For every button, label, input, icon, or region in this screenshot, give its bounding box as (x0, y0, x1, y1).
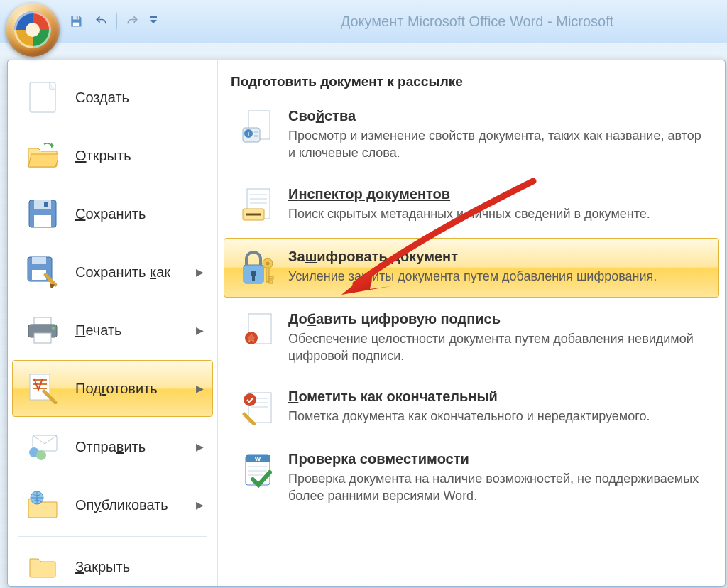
compatibility-icon: W (239, 451, 277, 489)
svg-rect-0 (73, 16, 79, 20)
office-menu-panel: Создать Открыть Сохранить Сохранить как … (7, 60, 726, 587)
qat-undo-button[interactable] (91, 11, 112, 32)
option-add-signature[interactable]: Добавить цифровую подпись Обеспечение це… (224, 300, 719, 376)
qat-redo-button[interactable] (121, 11, 143, 32)
menu-item-print[interactable]: Печать ▶ (12, 302, 213, 359)
svg-point-19 (36, 450, 46, 460)
properties-icon: i (239, 108, 277, 146)
svg-rect-2 (77, 16, 78, 18)
mark-final-icon (239, 388, 277, 427)
publish-icon (27, 489, 58, 521)
menu-label: Создать (75, 89, 198, 106)
svg-text:i: i (248, 130, 249, 138)
menu-item-publish[interactable]: Опубликовать ▶ (12, 477, 213, 533)
submenu-arrow-icon: ▶ (196, 499, 204, 511)
office-button[interactable] (6, 3, 60, 57)
signature-icon (239, 311, 277, 349)
svg-rect-25 (254, 131, 258, 133)
submenu-arrow-icon: ▶ (196, 325, 204, 336)
menu-item-close[interactable]: Закрыть (12, 540, 213, 588)
menu-label: Сохранить как (75, 264, 198, 281)
prepare-icon (27, 373, 58, 404)
option-description: Обеспечение целостности документа путем … (288, 330, 704, 365)
qat-separator (116, 11, 117, 31)
folder-close-icon (27, 551, 58, 582)
option-title: Пометить как окончательный (288, 388, 704, 405)
floppy-save-icon (27, 198, 58, 229)
svg-rect-6 (34, 200, 51, 209)
option-title: Добавить цифровую подпись (288, 311, 704, 327)
option-mark-final[interactable]: Пометить как окончательный Пометка докум… (224, 378, 719, 437)
submenu-arrow-icon: ▶ (196, 383, 204, 394)
option-inspect-document[interactable]: Инспектор документов Поиск скрытых метад… (224, 175, 719, 235)
svg-point-41 (244, 393, 256, 406)
office-menu-right-column: Подготовить документ к рассылке i Свойст… (218, 60, 725, 586)
option-description: Проверка документа на наличие возможност… (288, 470, 704, 505)
floppy-saveas-icon (27, 256, 58, 288)
new-document-icon (27, 82, 58, 113)
option-properties[interactable]: i Свойства Просмотр и изменение свойств … (224, 97, 719, 173)
svg-rect-3 (150, 16, 157, 18)
option-description: Усиление защиты документа путем добавлен… (288, 268, 704, 285)
inspector-icon (239, 186, 277, 224)
encrypt-lock-icon (239, 249, 277, 287)
menu-label: Закрыть (75, 559, 198, 575)
svg-point-39 (248, 335, 254, 341)
menu-label: Открыть (75, 148, 198, 164)
svg-point-15 (52, 327, 55, 330)
menu-item-prepare[interactable]: Подготовить ▶ (12, 360, 213, 417)
submenu-arrow-icon: ▶ (196, 266, 204, 278)
right-panel-header: Подготовить документ к рассылке (218, 60, 725, 94)
option-title: Зашифровать документ (288, 249, 704, 265)
option-title: Свойства (288, 108, 704, 124)
svg-rect-10 (32, 257, 46, 264)
menu-item-save[interactable]: Сохранить (12, 185, 213, 242)
option-compatibility-check[interactable]: W Проверка совместимости Проверка докуме… (224, 440, 719, 516)
option-description: Просмотр и изменение свойств документа, … (288, 127, 704, 162)
folder-open-icon (27, 140, 58, 171)
menu-item-send[interactable]: Отправить ▶ (12, 418, 213, 475)
svg-rect-8 (34, 215, 51, 227)
window-title: Документ Microsoft Office Word - Microso… (341, 13, 614, 30)
menu-label: Подготовить (75, 381, 198, 397)
svg-rect-12 (34, 317, 51, 325)
svg-text:W: W (255, 455, 261, 462)
menu-label: Печать (75, 322, 198, 339)
menu-item-open[interactable]: Открыть (12, 127, 213, 184)
menu-item-save-as[interactable]: Сохранить как ▶ (12, 244, 213, 300)
svg-rect-31 (252, 275, 255, 281)
svg-rect-36 (269, 281, 273, 283)
svg-rect-1 (73, 23, 79, 26)
svg-rect-35 (269, 276, 273, 279)
option-title: Инспектор документов (288, 186, 704, 202)
menu-separator (18, 536, 207, 537)
svg-rect-14 (34, 333, 51, 343)
svg-point-33 (266, 261, 270, 265)
titlebar: Документ Microsoft Office Word - Microso… (0, 0, 727, 43)
menu-item-create[interactable]: Создать (12, 69, 213, 126)
option-description: Поиск скрытых метаданных и личных сведен… (288, 205, 704, 222)
svg-rect-34 (266, 268, 269, 282)
qat-save-button[interactable] (65, 11, 87, 32)
office-menu-left-column: Создать Открыть Сохранить Сохранить как … (8, 60, 218, 586)
option-encrypt-document[interactable]: Зашифровать документ Усиление защиты док… (224, 238, 719, 298)
submenu-arrow-icon: ▶ (196, 441, 204, 452)
send-icon (27, 431, 58, 462)
svg-rect-7 (44, 202, 48, 207)
svg-rect-26 (254, 135, 258, 137)
prepare-options-list: i Свойства Просмотр и изменение свойств … (218, 94, 725, 586)
printer-icon (27, 315, 58, 346)
quick-access-toolbar (65, 11, 160, 32)
menu-label: Сохранить (75, 206, 198, 222)
option-description: Пометка документа как окончательного и н… (288, 408, 704, 425)
qat-customize-dropdown[interactable] (147, 11, 160, 32)
option-title: Проверка совместимости (288, 451, 704, 467)
menu-label: Отправить (75, 439, 198, 455)
menu-label: Опубликовать (75, 497, 198, 513)
